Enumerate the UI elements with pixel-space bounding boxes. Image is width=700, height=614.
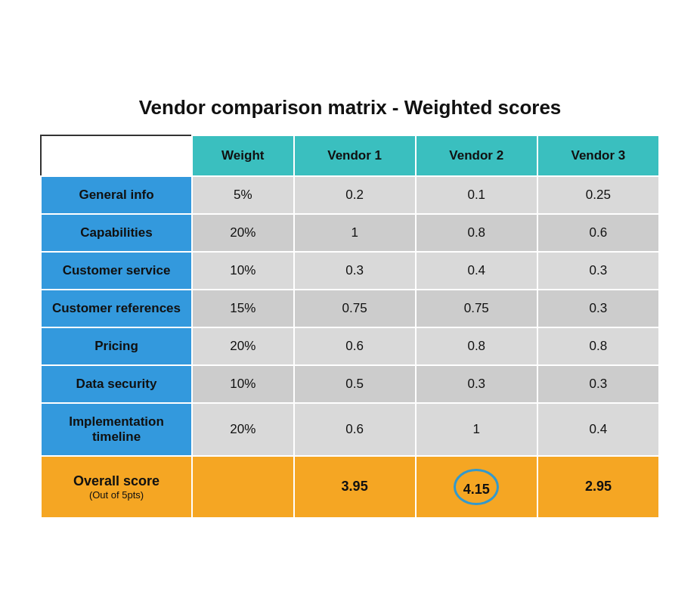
footer-row: Overall score (Out of 5pts) 3.95 4.15 2.…	[41, 456, 659, 518]
comparison-table: Weight Vendor 1 Vendor 2 Vendor 3 Genera…	[40, 135, 660, 519]
table-row: Customer service10%0.30.40.3	[41, 252, 659, 290]
row-v1: 0.6	[294, 403, 416, 456]
footer-v3: 2.95	[537, 456, 659, 518]
row-v1: 0.6	[294, 327, 416, 365]
row-v1: 0.5	[294, 365, 416, 403]
header-vendor1: Vendor 1	[294, 135, 416, 176]
table-row: Data security10%0.50.30.3	[41, 365, 659, 403]
table-row: General info5%0.20.10.25	[41, 176, 659, 214]
row-label: Capabilities	[41, 214, 192, 252]
row-v3: 0.3	[537, 252, 659, 290]
page-title: Vendor comparison matrix - Weighted scor…	[40, 96, 660, 119]
row-v2: 0.8	[416, 214, 537, 252]
row-weight: 20%	[192, 327, 294, 365]
footer-v2: 4.15	[416, 456, 537, 518]
row-weight: 10%	[192, 365, 294, 403]
row-label: Pricing	[41, 327, 192, 365]
row-v2: 0.1	[416, 176, 537, 214]
row-v3: 0.3	[537, 365, 659, 403]
table-row: Customer references15%0.750.750.3	[41, 290, 659, 327]
row-label: Customer service	[41, 252, 192, 290]
table-row: Implementation timeline20%0.610.4	[41, 403, 659, 456]
header-weight: Weight	[192, 135, 294, 176]
row-v2: 0.3	[416, 365, 537, 403]
row-weight: 5%	[192, 176, 294, 214]
row-weight: 20%	[192, 214, 294, 252]
row-v1: 0.2	[294, 176, 416, 214]
footer-weight	[192, 456, 294, 518]
row-v3: 0.6	[537, 214, 659, 252]
footer-v1: 3.95	[294, 456, 416, 518]
row-label: Implementation timeline	[41, 403, 192, 456]
row-weight: 20%	[192, 403, 294, 456]
row-v3: 0.25	[537, 176, 659, 214]
table-row: Pricing20%0.60.80.8	[41, 327, 659, 365]
row-v3: 0.3	[537, 290, 659, 327]
header-vendor2: Vendor 2	[416, 135, 537, 176]
row-label: Customer references	[41, 290, 192, 327]
row-v2: 0.8	[416, 327, 537, 365]
header-vendor3: Vendor 3	[537, 135, 659, 176]
row-weight: 10%	[192, 252, 294, 290]
row-label: General info	[41, 176, 192, 214]
footer-label: Overall score (Out of 5pts)	[41, 456, 192, 518]
row-v3: 0.4	[537, 403, 659, 456]
row-v2: 0.4	[416, 252, 537, 290]
row-v2: 1	[416, 403, 537, 456]
row-weight: 15%	[192, 290, 294, 327]
row-label: Data security	[41, 365, 192, 403]
header-empty	[41, 135, 192, 176]
row-v1: 1	[294, 214, 416, 252]
row-v3: 0.8	[537, 327, 659, 365]
main-container: Vendor comparison matrix - Weighted scor…	[25, 81, 675, 534]
row-v1: 0.3	[294, 252, 416, 290]
row-v2: 0.75	[416, 290, 537, 327]
row-v1: 0.75	[294, 290, 416, 327]
table-row: Capabilities20%10.80.6	[41, 214, 659, 252]
